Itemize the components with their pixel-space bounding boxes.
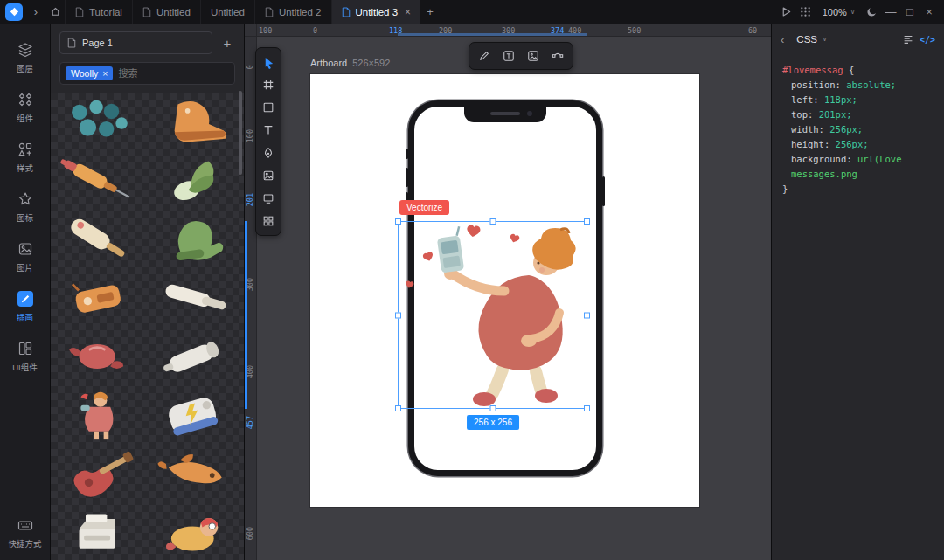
- maximize-icon[interactable]: □: [900, 3, 920, 22]
- close-window-icon[interactable]: ×: [920, 3, 939, 22]
- dark-mode-moon-icon[interactable]: [862, 3, 881, 22]
- align-lines-icon[interactable]: [902, 33, 914, 45]
- tab-untitled-2[interactable]: Untitled: [200, 0, 254, 24]
- ruler-label: 0: [246, 65, 254, 69]
- home-icon[interactable]: [45, 3, 65, 22]
- search-input[interactable]: [118, 68, 229, 79]
- select-tool[interactable]: [257, 51, 280, 73]
- illustration-thumb-red-candy[interactable]: [57, 330, 141, 383]
- vectorize-button[interactable]: Vectorize: [399, 200, 449, 215]
- ruler-corner: [245, 24, 257, 37]
- illustration-thumb-green-glove[interactable]: [154, 213, 238, 266]
- illustration-thumb-orange-handheld-phone[interactable]: [57, 272, 141, 324]
- canvas[interactable]: Artboard526×592: [245, 24, 771, 560]
- rail-item-images[interactable]: 图片: [0, 232, 50, 282]
- code-view-icon[interactable]: </>: [920, 35, 935, 45]
- rail-item-illustrations[interactable]: 插画: [0, 282, 50, 332]
- illustration-thumb-butter-stick[interactable]: [154, 272, 238, 324]
- illustration-thumb-orange-fish[interactable]: [154, 447, 238, 500]
- page-selector[interactable]: Page 1: [59, 31, 212, 54]
- css-property: width:: [791, 124, 824, 135]
- resize-handle-right[interactable]: [584, 312, 590, 318]
- rail-item-ui-kit[interactable]: UI组件: [0, 332, 50, 382]
- artboard-tool[interactable]: [257, 187, 280, 210]
- css-property: height:: [791, 139, 829, 149]
- resize-handle-left[interactable]: [395, 312, 401, 318]
- artboard-label[interactable]: Artboard526×592: [310, 58, 390, 68]
- tab-untitled-1[interactable]: Untitled: [132, 0, 200, 24]
- illustration-thumb-orange-boot[interactable]: [154, 96, 238, 149]
- rail-item-layers[interactable]: 图层: [0, 33, 50, 83]
- text-insert-tool[interactable]: [497, 45, 520, 67]
- new-tab-button[interactable]: +: [420, 3, 440, 22]
- inspector-mode-dropdown[interactable]: CSS: [796, 34, 817, 45]
- rail-item-icons[interactable]: 图标: [0, 183, 50, 232]
- tab-untitled-4-active[interactable]: Untitled 3 ×: [331, 0, 421, 24]
- illustration-thumb-green-vegetable[interactable]: [154, 155, 238, 207]
- minimize-icon[interactable]: —: [881, 3, 900, 22]
- tab-label: Tutorial: [89, 7, 122, 17]
- zoom-dropdown[interactable]: 100% ∨: [816, 7, 862, 17]
- css-value: 118px;: [824, 94, 857, 105]
- selection-box[interactable]: [398, 221, 587, 409]
- rail-item-styles[interactable]: 样式: [0, 133, 50, 183]
- css-selector: #lovemessag: [782, 65, 843, 75]
- css-rule: left: 118px;: [782, 93, 934, 107]
- css-value: 256px;: [836, 139, 869, 149]
- rail-item-components[interactable]: 组件: [0, 83, 50, 133]
- illustration-thumb-ice-cream-bar[interactable]: [57, 213, 141, 266]
- chevron-down-icon: ∨: [850, 9, 855, 16]
- image-tool[interactable]: [257, 164, 280, 187]
- apps-grid-icon[interactable]: [796, 3, 816, 22]
- shortcuts-keyboard-icon: [17, 517, 33, 533]
- zoom-value: 100%: [823, 7, 847, 17]
- panel-scrollbar[interactable]: [239, 91, 242, 175]
- illustration-thumb-character-with-goggles[interactable]: [154, 506, 238, 558]
- ruler-label: 500: [628, 26, 641, 35]
- chevron-right-icon[interactable]: ›: [26, 3, 45, 22]
- close-tab-icon[interactable]: ×: [405, 6, 411, 18]
- app-logo[interactable]: [5, 3, 23, 21]
- vector-tool[interactable]: [546, 45, 569, 67]
- tab-untitled-3[interactable]: Untitled 2: [254, 0, 331, 24]
- phone-speaker: [490, 112, 520, 115]
- components-icon: [17, 92, 33, 107]
- search-filter-tag[interactable]: Woolly ×: [66, 66, 113, 80]
- frame-tool[interactable]: [257, 73, 280, 96]
- asset-search[interactable]: Woolly ×: [59, 62, 235, 85]
- remove-tag-icon[interactable]: ×: [102, 68, 108, 79]
- pencil-tool[interactable]: [473, 45, 496, 67]
- css-rule: width: 256px;: [782, 122, 934, 137]
- page-name: Page 1: [82, 38, 113, 48]
- document-icon: [142, 7, 151, 17]
- rectangle-tool[interactable]: [257, 96, 280, 119]
- illustration-thumb-red-electric-guitar[interactable]: [57, 447, 141, 500]
- resize-handle-top-right[interactable]: [584, 218, 590, 225]
- present-play-icon[interactable]: [777, 3, 796, 22]
- components-tool[interactable]: [257, 210, 280, 232]
- resize-handle-bottom-left[interactable]: [395, 405, 401, 411]
- back-chevron-icon[interactable]: ‹: [781, 33, 784, 46]
- pen-tool[interactable]: [257, 142, 280, 164]
- phone-notch: [464, 107, 546, 122]
- resize-handle-bottom-right[interactable]: [584, 405, 590, 411]
- css-code-block[interactable]: #lovemessag { position: absolute; left: …: [772, 54, 944, 205]
- illustration-thumb-white-tube[interactable]: [154, 330, 238, 383]
- text-tool[interactable]: [257, 119, 280, 142]
- resize-handle-top[interactable]: [489, 218, 496, 225]
- illustration-thumb-pink-character-with-phone[interactable]: [57, 389, 141, 441]
- document-icon: [75, 7, 84, 17]
- illustration-thumb-sneaker-with-lightning[interactable]: [154, 389, 238, 441]
- image-insert-tool[interactable]: [522, 45, 545, 67]
- illustration-thumb-teal-beads[interactable]: [59, 97, 138, 148]
- css-property: left:: [791, 94, 819, 105]
- illustration-thumb-paper-box[interactable]: [57, 506, 141, 558]
- resize-handle-top-left[interactable]: [395, 218, 401, 225]
- tab-tutorial[interactable]: Tutorial: [65, 0, 132, 24]
- illustration-grid: [51, 93, 244, 560]
- illustration-thumb-syringe[interactable]: [57, 155, 141, 207]
- css-open-brace: {: [849, 65, 854, 75]
- add-page-button[interactable]: +: [219, 36, 235, 51]
- rail-item-shortcuts[interactable]: 快捷方式: [0, 508, 50, 560]
- resize-handle-bottom[interactable]: [489, 405, 496, 411]
